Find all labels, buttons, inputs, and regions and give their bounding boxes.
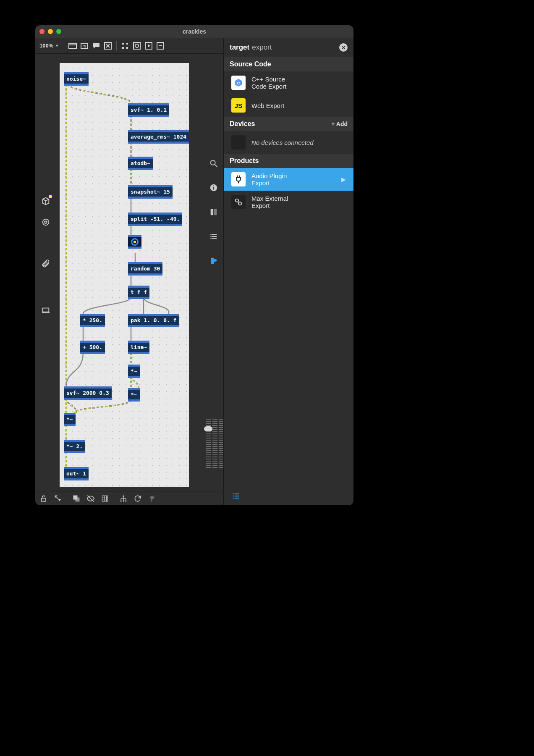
panel-title-bold: target: [230, 43, 249, 51]
volume-thumb[interactable]: [204, 426, 212, 431]
resize-handles-icon[interactable]: [120, 41, 130, 51]
svg-rect-23: [213, 187, 214, 189]
object-line[interactable]: line~: [128, 341, 149, 354]
svg-rect-33: [42, 498, 46, 501]
search-icon[interactable]: [209, 159, 218, 168]
object-out[interactable]: out~ 1: [64, 467, 89, 480]
object-dial[interactable]: [128, 235, 141, 249]
svg-text:C: C: [237, 81, 240, 85]
paperclip-icon[interactable]: [41, 260, 50, 269]
play-box-icon[interactable]: [144, 41, 154, 51]
svg-point-50: [233, 496, 234, 497]
object-svf1[interactable]: svf~ 1. 0.1: [128, 103, 169, 117]
window-title: crackles: [35, 28, 353, 35]
comment-icon[interactable]: [91, 41, 101, 51]
message-box-icon[interactable]: m: [79, 41, 89, 51]
object-snapshot[interactable]: snapshot~ 15: [128, 185, 173, 199]
circle-box-icon[interactable]: [132, 41, 142, 51]
svg-point-37: [123, 495, 124, 496]
object-svf2[interactable]: svf~ 2000 0.3: [64, 386, 112, 400]
object-add500[interactable]: + 500.: [80, 341, 105, 354]
close-panel-button[interactable]: ✕: [339, 43, 348, 52]
object-random[interactable]: random 30: [128, 262, 162, 276]
object-mul4[interactable]: *~ 2.: [64, 440, 85, 453]
mute-eye-icon[interactable]: [86, 494, 95, 503]
item-audio-plugin-export[interactable]: Audio Plugin Export ▶: [224, 168, 353, 191]
object-mul1[interactable]: *~: [128, 365, 140, 378]
svg-rect-9: [122, 47, 124, 49]
cpp-icon: C: [231, 76, 246, 90]
svg-rect-35: [76, 497, 80, 501]
svg-point-12: [135, 44, 139, 47]
svg-rect-18: [43, 308, 49, 312]
svg-point-30: [210, 234, 211, 235]
item-max-external-export[interactable]: Max External Export: [224, 191, 353, 213]
object-avg[interactable]: average_rms~ 1024: [128, 130, 189, 144]
zoom-control[interactable]: 100% ▼: [38, 42, 60, 49]
notification-dot-icon: [49, 195, 52, 198]
export-icon[interactable]: [209, 256, 218, 265]
patcher-top-toolbar: 100% ▼ m: [35, 38, 223, 54]
object-mul250[interactable]: * 250.: [80, 314, 105, 327]
object-pak[interactable]: pak 1. 0. 0. f: [128, 314, 179, 327]
panel-list-icon[interactable]: [232, 492, 241, 502]
titlebar: crackles: [35, 25, 353, 38]
grid-icon[interactable]: [101, 494, 109, 503]
add-device-button[interactable]: + Add: [331, 121, 348, 127]
cursor-fullscreen-icon[interactable]: [54, 494, 62, 503]
close-box-icon[interactable]: [103, 41, 113, 51]
object-mul3[interactable]: *~: [64, 413, 76, 426]
svg-rect-11: [134, 42, 140, 49]
object-tff[interactable]: t f f: [128, 286, 149, 299]
refresh-icon[interactable]: [134, 494, 142, 503]
svg-point-31: [210, 236, 211, 237]
app-window: crackles 100% ▼ m: [35, 25, 353, 505]
patcher-canvas[interactable]: noise~ svf~ 1. 0.1 average_rms~ 1024 ato…: [60, 63, 189, 487]
export-panel: targetexport ✕ Source Code C C++ Source …: [223, 38, 353, 505]
laptop-icon[interactable]: [41, 306, 50, 315]
layers-icon[interactable]: [72, 494, 81, 503]
target-icon[interactable]: [41, 218, 50, 227]
js-icon: JS: [231, 98, 246, 113]
svg-rect-0: [69, 43, 76, 48]
object-mul2[interactable]: *~: [128, 388, 140, 402]
svg-point-49: [233, 494, 234, 495]
object-noise[interactable]: noise~: [64, 72, 89, 86]
svg-point-20: [211, 160, 215, 165]
device-placeholder-icon: [231, 135, 246, 150]
svg-point-38: [120, 500, 122, 501]
item-cpp-export[interactable]: C C++ Source Code Export: [224, 71, 353, 94]
output-level-meters[interactable]: [206, 419, 224, 469]
svg-line-45: [238, 202, 239, 203]
chevron-down-icon: ▼: [55, 44, 59, 48]
max-external-icon: [231, 195, 246, 209]
plug-icon: [231, 172, 246, 186]
minus-box-icon[interactable]: [155, 41, 165, 51]
zoom-value: 100%: [39, 42, 53, 49]
item-web-export[interactable]: JS Web Export: [224, 94, 353, 117]
package-icon[interactable]: [41, 197, 50, 206]
svg-point-16: [43, 219, 49, 226]
hierarchy-icon[interactable]: [119, 494, 128, 503]
patcher-bottom-toolbar: [35, 491, 223, 505]
columns-icon[interactable]: [209, 207, 218, 217]
lock-icon[interactable]: [39, 494, 48, 503]
pin-icon[interactable]: [148, 494, 156, 503]
svg-point-40: [125, 500, 126, 501]
svg-rect-8: [126, 43, 128, 45]
object-atodb[interactable]: atodb~: [128, 157, 153, 170]
info-icon[interactable]: [209, 183, 218, 192]
presentation-icon[interactable]: [68, 41, 78, 51]
svg-rect-25: [211, 209, 213, 215]
panel-header: targetexport ✕: [224, 38, 353, 57]
panel-title-light: export: [252, 43, 272, 51]
svg-point-32: [210, 238, 211, 239]
svg-line-21: [215, 165, 217, 167]
list-icon[interactable]: [209, 232, 218, 241]
svg-point-17: [44, 221, 47, 223]
left-gutter: [35, 54, 56, 491]
section-devices: Devices + Add: [224, 117, 353, 131]
section-source-code: Source Code: [224, 57, 353, 71]
object-split[interactable]: split -51. -49.: [128, 213, 182, 226]
section-products: Products: [224, 154, 353, 168]
